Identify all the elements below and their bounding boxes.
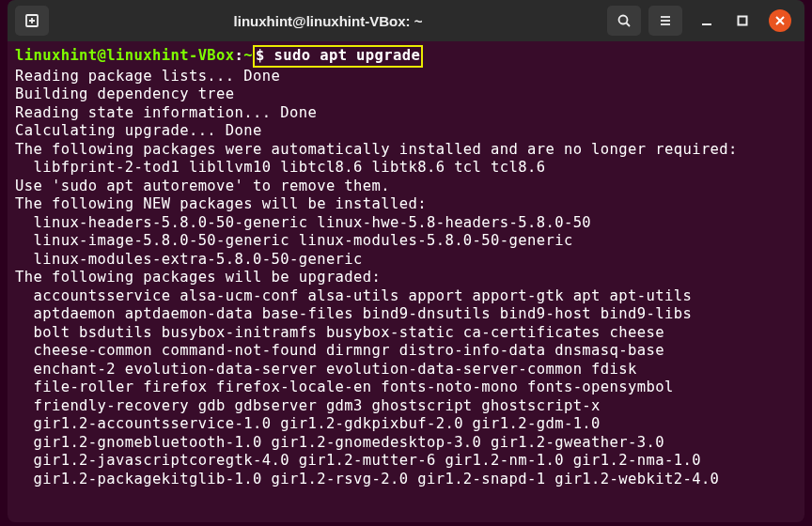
output-line: bolt bsdutils busybox-initramfs busybox-…: [15, 324, 797, 343]
output-line: Calculating upgrade... Done: [15, 122, 797, 141]
menu-button[interactable]: [648, 6, 682, 36]
terminal-body[interactable]: linuxhint@linuxhint-VBox:~$ sudo apt upg…: [8, 41, 804, 522]
output-line: accountsservice alsa-ucm-conf alsa-utils…: [15, 287, 797, 306]
output-line: Reading state information... Done: [15, 104, 797, 123]
output-line: gir1.2-accountsservice-1.0 gir1.2-gdkpix…: [15, 415, 797, 434]
minimize-button[interactable]: [697, 11, 716, 30]
svg-rect-9: [739, 17, 747, 25]
svg-line-4: [627, 23, 631, 27]
command-text: sudo apt upgrade: [274, 47, 421, 64]
output-line: The following packages will be upgraded:: [15, 269, 797, 287]
command-highlight-box: $ sudo apt upgrade: [253, 45, 423, 68]
output-line: gir1.2-javascriptcoregtk-4.0 gir1.2-mutt…: [15, 452, 797, 471]
prompt-user: linuxhint@linuxhint-VBox: [15, 47, 235, 64]
output-line: Building dependency tree: [15, 85, 797, 104]
output-line: friendly-recovery gdb gdbserver gdm3 gho…: [15, 397, 797, 416]
close-button[interactable]: [769, 9, 791, 32]
output-line: linux-modules-extra-5.8.0-50-generic: [15, 251, 797, 270]
maximize-button[interactable]: [733, 11, 752, 30]
output-line: Use 'sudo apt autoremove' to remove them…: [15, 178, 797, 196]
titlebar: linuxhint@linuxhint-VBox: ~: [8, 0, 804, 41]
svg-point-3: [619, 16, 628, 24]
output-line: linux-image-5.8.0-50-generic linux-modul…: [15, 232, 797, 251]
output-line: cheese-common command-not-found dirmngr …: [15, 342, 797, 361]
output-line: The following NEW packages will be insta…: [15, 195, 797, 214]
search-button[interactable]: [607, 6, 641, 36]
output-line: gir1.2-gnomebluetooth-1.0 gir1.2-gnomede…: [15, 434, 797, 453]
terminal-output: Reading package lists... DoneBuilding de…: [15, 68, 797, 489]
window-controls: [690, 9, 797, 32]
window-title: linuxhint@linuxhint-VBox: ~: [56, 13, 600, 29]
output-line: aptdaemon aptdaemon-data base-files bind…: [15, 305, 797, 324]
output-line: Reading package lists... Done: [15, 68, 797, 86]
terminal-window: linuxhint@linuxhint-VBox: ~ linuxhint@li…: [8, 0, 804, 522]
output-line: The following packages were automaticall…: [15, 141, 797, 160]
prompt-path: ~: [243, 47, 253, 64]
prompt-line: linuxhint@linuxhint-VBox:~$ sudo apt upg…: [15, 47, 797, 68]
prompt-dollar: $: [256, 47, 273, 64]
output-line: gir1.2-packagekitglib-1.0 gir1.2-rsvg-2.…: [15, 471, 797, 489]
new-tab-button[interactable]: [15, 6, 49, 36]
prompt-sep: :: [235, 47, 244, 64]
output-line: libfprint-2-tod1 libllvm10 libtcl8.6 lib…: [15, 159, 797, 178]
output-line: enchant-2 evolution-data-server evolutio…: [15, 361, 797, 379]
output-line: file-roller firefox firefox-locale-en fo…: [15, 379, 797, 397]
output-line: linux-headers-5.8.0-50-generic linux-hwe…: [15, 214, 797, 233]
